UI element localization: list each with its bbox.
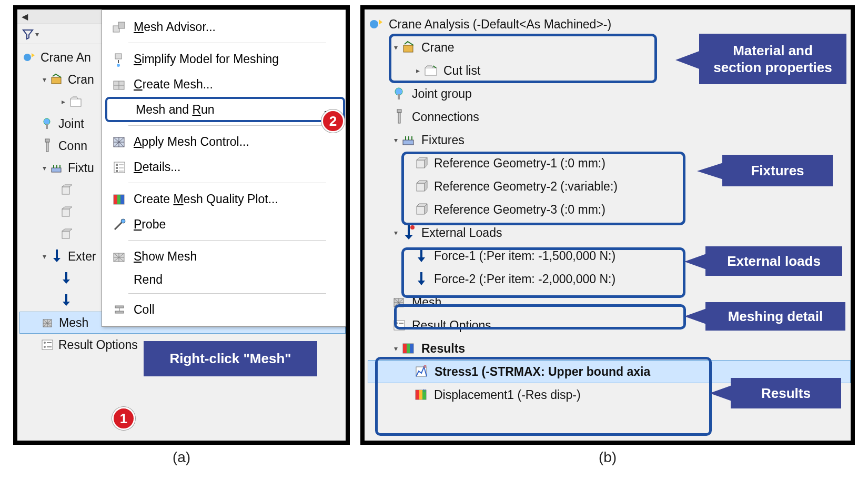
callout-results: Results [731,378,841,408]
tree-stress1-label: Stress1 (-STRMAX: Upper bound axia [435,365,650,379]
menu-quality-label: Create Mesh Quality Plot... [134,192,278,206]
joint-icon [391,85,408,102]
menu-quality-plot[interactable]: Create Mesh Quality Plot... [105,186,345,212]
badge-1-text: 1 [120,411,127,427]
menu-create-mesh-label: Create Mesh... [134,77,213,92]
expand-icon[interactable]: ▾ [391,344,400,353]
svg-rect-35 [117,195,120,204]
tree-external-b[interactable]: ▾ External Loads [368,221,851,244]
svg-point-17 [44,346,46,348]
cube-icon [413,155,430,172]
fixture-icon [400,132,417,148]
funnel-icon[interactable] [22,28,34,41]
bolt-icon [39,138,55,154]
dropdown-icon[interactable]: ▾ [35,30,39,38]
menu-probe[interactable]: Probe [105,212,345,237]
callout-meshing: Meshing detail [705,302,845,331]
menu-show-mesh[interactable]: Show Mesh [105,244,345,269]
callout-fixtures: Fixtures [722,155,833,186]
displacement-plot-icon: u [413,386,430,403]
collapse-icon [110,301,128,319]
tree-crane-label: Cran [68,73,94,87]
svg-rect-47 [398,113,400,123]
force-down-icon [58,293,74,308]
tree-force2-label: Force-2 (:Per item: -2,000,000 N:) [434,272,615,286]
svg-rect-15 [42,340,53,350]
svg-rect-57 [394,321,405,330]
expand-icon[interactable]: ▾ [391,136,400,144]
expand-icon[interactable]: ▾ [39,164,49,172]
svg-rect-36 [120,195,124,204]
menu-separator [128,125,326,126]
menu-details[interactable]: Details... [105,154,345,179]
panel-b: Crane Analysis (-Default<As Machined>-) … [360,5,855,445]
svg-rect-39 [115,306,124,308]
menu-simplify-label: Simplify Model for Meshing [134,52,279,66]
svg-point-44 [395,88,402,95]
expand-icon[interactable]: ▸ [58,97,68,106]
cube-icon [58,226,74,242]
menu-show-mesh-label: Show Mesh [134,250,197,264]
svg-point-23 [117,64,120,67]
svg-rect-48 [403,140,413,145]
menu-apply-control[interactable]: Apply Mesh Control... [105,129,345,154]
svg-rect-42 [403,45,413,52]
svg-rect-27 [116,164,118,166]
tree-fixtures-b[interactable]: ▾ Fixtures [368,128,851,152]
tree-cutlist-label: Cut list [443,64,480,78]
tree-external-label: Exter [68,250,96,264]
svg-rect-10 [62,231,69,238]
expand-icon[interactable]: ▾ [39,252,49,261]
tree-root-b[interactable]: Crane Analysis (-Default<As Machined>-) [368,13,851,36]
svg-rect-40 [115,311,124,313]
svg-point-59 [396,326,398,328]
options-icon [391,317,408,334]
menu-separator [128,183,326,183]
tree-root-b-label: Crane Analysis (-Default<As Machined>-) [389,17,611,32]
badge-2-text: 2 [329,113,337,129]
tree-joint-b[interactable]: Joint group [368,82,851,105]
tree-crane-b-label: Crane [421,41,455,55]
tree-connections-b[interactable]: Connections [368,105,851,128]
svg-rect-49 [417,160,425,168]
tree-ref3[interactable]: Reference Geometry-3 (:0 mm:) [368,198,851,221]
cube-icon [413,178,430,195]
menu-collapse[interactable]: Coll [105,297,345,322]
svg-rect-51 [417,206,425,214]
tree-results-b[interactable]: ▾ Results [368,337,851,360]
callout-external-label: External loads [727,253,821,270]
expand-icon[interactable]: ▾ [391,228,400,237]
tree-mesh-label: Mesh [59,316,88,330]
callout-fixtures-label: Fixtures [751,163,804,179]
svg-rect-50 [417,183,425,191]
menu-collapse-label: Coll [134,303,155,317]
menu-separator [128,43,326,43]
callout-external: External loads [705,246,842,276]
menu-create-mesh[interactable]: Create Mesh... [105,72,345,97]
expand-icon[interactable]: ▾ [391,43,400,52]
mesh-icon [40,315,56,331]
callout-material: Material and section properties [699,34,846,84]
menu-probe-label: Probe [134,217,166,232]
force-down-icon [413,247,430,264]
blank-icon [110,271,128,289]
quality-plot-icon [110,191,128,208]
expand-icon[interactable]: ▾ [39,75,49,84]
force-down-icon [58,271,74,286]
menu-mesh-and-run[interactable]: Mesh and Run ↖ [105,97,345,122]
menu-simplify[interactable]: Simplify Model for Meshing [105,46,345,72]
tree-connections-label: Conn [58,139,87,153]
menu-render[interactable]: Rend [105,269,345,290]
svg-rect-65 [410,344,413,353]
caption-a: (a) [173,449,190,466]
tree-resultopt-label: Result Options [58,338,138,352]
expand-icon[interactable]: ▸ [413,66,422,75]
tree-ref1-label: Reference Geometry-1 (:0 mm:) [434,156,605,171]
menu-mesh-advisor[interactable]: Mesh Advisor... [105,14,345,39]
menu-mesh-advisor-label: Mesh Advisor... [134,20,216,34]
scroll-left-icon[interactable]: ◀ [19,12,30,22]
tree-results-b-label: Results [421,342,465,356]
caption-b: (b) [599,449,617,466]
svg-point-41 [370,20,378,28]
svg-text:σ: σ [423,364,427,369]
